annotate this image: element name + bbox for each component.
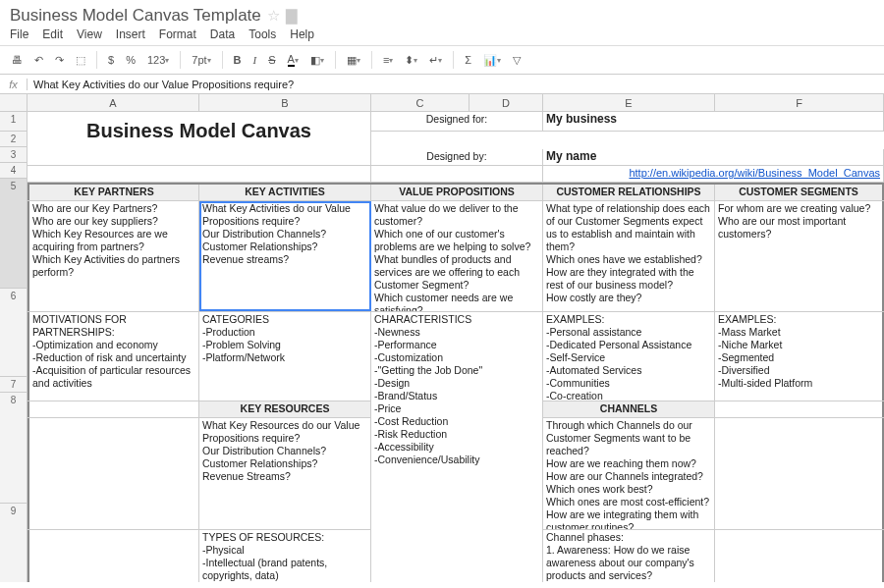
col-header-D[interactable]: D — [470, 94, 543, 111]
bold-button[interactable]: B — [230, 52, 246, 68]
menu-tools[interactable]: Tools — [249, 27, 276, 41]
menu-edit[interactable]: Edit — [42, 27, 63, 41]
row-header-9[interactable]: 9 — [0, 504, 27, 582]
ch-questions[interactable]: Through which Channels do our Customer S… — [543, 418, 715, 529]
row-header-3[interactable]: 3 — [0, 147, 27, 163]
cell-f8[interactable] — [715, 418, 884, 529]
menu-view[interactable]: View — [77, 27, 102, 41]
designed-for-label[interactable]: Designed for: — [371, 112, 543, 132]
vp-questions[interactable]: What value do we deliver to the customer… — [371, 201, 543, 311]
cell-a9[interactable] — [28, 530, 199, 582]
cr-questions[interactable]: What type of relationship does each of o… — [543, 201, 715, 311]
filter-button[interactable]: ▽ — [509, 52, 525, 69]
kp-examples[interactable]: MOTIVATIONS FOR PARTNERSHIPS: -Optimizat… — [28, 312, 199, 401]
designed-by-label[interactable]: Designed by: — [371, 149, 543, 165]
menu-format[interactable]: Format — [159, 27, 196, 41]
row-header-8[interactable]: 8 — [0, 393, 27, 504]
cr-examples[interactable]: EXAMPLES: -Personal assistance -Dedicate… — [543, 312, 715, 401]
functions-button[interactable]: Σ — [461, 52, 475, 68]
col-header-A[interactable]: A — [28, 94, 199, 111]
fx-label: fx — [0, 79, 28, 90]
row-header-4[interactable]: 4 — [0, 163, 27, 179]
ka-examples[interactable]: CATEGORIES -Production -Problem Solving … — [199, 312, 371, 401]
designed-for-value[interactable]: My business — [543, 112, 884, 132]
formula-bar: fx What Key Activities do our Value Prop… — [0, 75, 884, 94]
strike-button[interactable]: S — [264, 52, 279, 68]
cell-a3[interactable] — [28, 166, 371, 182]
hdr-key-resources[interactable]: KEY RESOURCES — [199, 401, 371, 417]
select-all-corner[interactable] — [0, 94, 27, 112]
wiki-link[interactable]: http://en.wikipedia.org/wiki/Business_Mo… — [543, 166, 884, 182]
hdr-customer-relationships[interactable]: CUSTOMER RELATIONSHIPS — [543, 185, 715, 200]
row-header-6[interactable]: 6 — [0, 289, 27, 377]
italic-button[interactable]: I — [249, 52, 261, 68]
row-headers: 1 2 3 4 5 6 7 8 9 — [0, 94, 28, 582]
col-header-F[interactable]: F — [715, 94, 884, 111]
fx-value[interactable]: What Key Activities do our Value Proposi… — [28, 79, 884, 90]
col-header-E[interactable]: E — [543, 94, 715, 111]
chart-button[interactable]: 📊 — [479, 52, 505, 69]
hdr-customer-segments[interactable]: CUSTOMER SEGMENTS — [715, 185, 884, 200]
col-header-C[interactable]: C — [371, 94, 470, 111]
row-header-2[interactable]: 2 — [0, 132, 27, 147]
print-icon[interactable]: 🖶 — [8, 52, 27, 68]
kr-questions[interactable]: What Key Resources do our Value Proposit… — [199, 418, 371, 529]
ch-examples[interactable]: Channel phases: 1. Awareness: How do we … — [543, 530, 715, 582]
cell-a2[interactable] — [28, 149, 371, 165]
cell-f7[interactable] — [715, 401, 884, 417]
col-headers: A B C D E F — [28, 94, 884, 112]
grid-body[interactable]: Business Model Canvas Designed for: My b… — [28, 112, 884, 582]
canvas-title[interactable]: Business Model Canvas — [28, 112, 371, 149]
star-icon[interactable]: ☆ — [267, 7, 280, 25]
menu-insert[interactable]: Insert — [116, 27, 145, 41]
kr-examples[interactable]: TYPES OF RESOURCES: -Physical -Intellect… — [199, 530, 371, 582]
ka-questions[interactable]: What Key Activities do our Value Proposi… — [199, 201, 371, 311]
borders-button[interactable]: ▦ — [343, 52, 364, 69]
menu-help[interactable]: Help — [290, 27, 314, 41]
doc-title[interactable]: Business Model Canvas Template — [10, 6, 261, 26]
align-button[interactable]: ≡ — [379, 52, 397, 68]
row-header-1[interactable]: 1 — [0, 112, 27, 132]
row-header-7[interactable]: 7 — [0, 377, 27, 393]
row-header-5[interactable]: 5 — [0, 179, 27, 289]
menubar: File Edit View Insert Format Data Tools … — [0, 26, 884, 45]
hdr-key-partners[interactable]: KEY PARTNERS — [28, 185, 199, 200]
col-header-B[interactable]: B — [199, 94, 371, 111]
valign-button[interactable]: ⬍ — [401, 52, 421, 69]
wrap-button[interactable]: ↵ — [425, 52, 446, 69]
paint-icon[interactable]: ⬚ — [72, 52, 89, 69]
hdr-value-propositions[interactable]: VALUE PROPOSITIONS — [371, 185, 543, 200]
cell-a8[interactable] — [28, 418, 199, 529]
cell-c3[interactable] — [371, 166, 543, 182]
kp-questions[interactable]: Who are our Key Partners? Who are our ke… — [28, 201, 199, 311]
menu-file[interactable]: File — [10, 27, 28, 41]
cs-examples[interactable]: EXAMPLES: -Mass Market -Niche Market -Se… — [715, 312, 884, 401]
vp-examples[interactable]: CHARACTERISTICS -Newness -Performance -C… — [371, 312, 543, 582]
currency-button[interactable]: $ — [104, 52, 118, 68]
menu-data[interactable]: Data — [210, 27, 235, 41]
cell-f9[interactable] — [715, 530, 884, 582]
fill-color-button[interactable]: ◧ — [306, 52, 328, 69]
designed-by-value[interactable]: My name — [543, 149, 884, 165]
cs-questions[interactable]: For whom are we creating value? Who are … — [715, 201, 884, 311]
hdr-key-activities[interactable]: KEY ACTIVITIES — [199, 185, 371, 200]
hdr-channels[interactable]: CHANNELS — [543, 401, 715, 417]
folder-icon[interactable]: ▇ — [286, 7, 298, 25]
number-format-button[interactable]: 123 — [143, 52, 173, 68]
toolbar: 🖶 ↶ ↷ ⬚ $ % 123 7pt B I S A ◧ ▦ ≡ ⬍ ↵ Σ … — [0, 45, 884, 75]
font-size-select[interactable]: 7pt — [188, 52, 214, 68]
redo-icon[interactable]: ↷ — [51, 52, 68, 69]
text-color-button[interactable]: A — [284, 51, 303, 69]
undo-icon[interactable]: ↶ — [30, 52, 47, 69]
cell-a7[interactable] — [28, 401, 199, 417]
percent-button[interactable]: % — [122, 52, 139, 68]
